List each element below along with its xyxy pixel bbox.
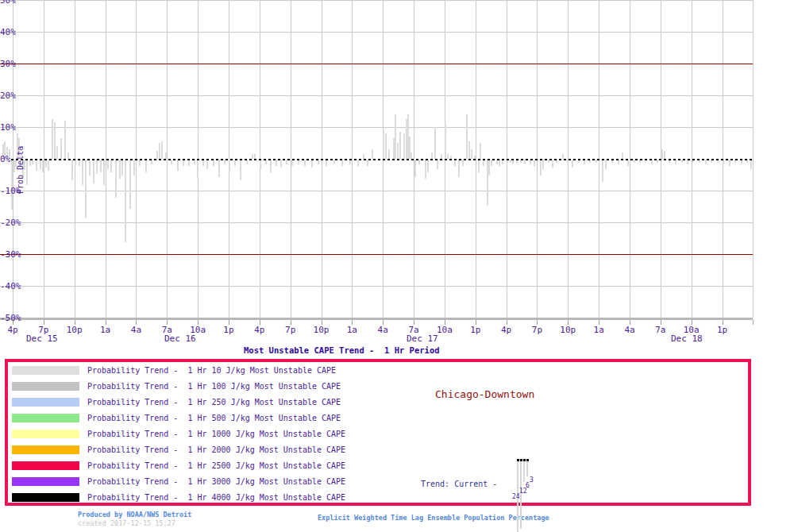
x-tick-label: 10p: [67, 325, 83, 335]
grid-line-horizontal: [0, 0, 753, 1]
probability-delta-bar: [64, 121, 66, 159]
probability-delta-bar: [427, 160, 429, 172]
legend-label: Probability Trend - 1 Hr 3000 J/kg Most …: [87, 477, 345, 486]
probability-delta-bar: [750, 160, 752, 169]
probability-delta-bar: [240, 160, 241, 180]
probability-delta-bar: [188, 160, 190, 166]
probability-delta-bar: [468, 141, 470, 159]
probability-delta-bar: [156, 151, 158, 159]
probability-delta-bar: [48, 160, 49, 171]
probability-delta-bar: [437, 160, 438, 169]
y-tick-label: -20%: [0, 218, 21, 228]
probability-delta-bar: [36, 160, 37, 171]
probability-delta-bar: [466, 114, 468, 159]
probability-delta-bar: [115, 160, 117, 198]
grid-line-horizontal: [0, 191, 753, 191]
probability-delta-bar: [572, 160, 573, 168]
probability-delta-bar: [75, 160, 76, 166]
reference-line--30pct: [0, 254, 753, 255]
probability-delta-bar: [445, 124, 446, 159]
probability-delta-bar: [52, 119, 53, 159]
legend-swatch: [12, 366, 79, 375]
y-tick-label: -40%: [0, 281, 21, 291]
footer-created-timestamp: created 2017-12-15 15:27: [78, 519, 175, 527]
probability-delta-bar: [454, 160, 456, 166]
probability-delta-bar: [372, 149, 373, 159]
grid-line-horizontal: [0, 95, 753, 96]
x-tick-label: 4p: [7, 325, 17, 335]
probability-delta-bar: [29, 160, 31, 166]
legend-swatch: [12, 477, 79, 486]
legend-swatch: [12, 414, 79, 422]
probability-delta-bar: [357, 160, 359, 166]
probability-delta-bar: [627, 160, 629, 166]
mini-trend-bar: [523, 461, 525, 482]
probability-delta-bar: [71, 160, 73, 180]
probability-delta-bar: [388, 149, 390, 159]
legend-swatch: [12, 445, 79, 454]
probability-delta-bar: [161, 141, 163, 159]
probability-delta-bar: [119, 160, 121, 179]
x-tick-label: 1p: [717, 325, 727, 335]
y-tick-label: 40%: [0, 27, 16, 37]
probability-delta-bar: [42, 160, 44, 172]
probability-delta-bar: [213, 160, 214, 166]
grid-line-horizontal: [0, 32, 753, 33]
legend-label: Probability Trend - 1 Hr 250 J/kg Most U…: [87, 398, 341, 407]
x-tick-label: 4a: [131, 325, 141, 335]
probability-delta-bar: [480, 143, 481, 159]
probability-delta-bar: [103, 160, 105, 185]
prob-delta-plot: 4p7p10p1a4a7a10a1p4p7p10p1a4a7a10a1p4p7p…: [0, 0, 794, 345]
probability-delta-bar: [483, 160, 484, 166]
probability-delta-bar: [462, 160, 464, 166]
y-tick-label: 0%: [0, 154, 10, 164]
zero-line: [11, 159, 753, 160]
x-tick-label: 1a: [347, 325, 357, 335]
probability-delta-bar: [26, 160, 28, 185]
probability-delta-bar: [82, 160, 83, 185]
x-tick-label: 10a: [437, 325, 453, 335]
y-tick-label: 10%: [0, 122, 16, 133]
legend-label: Probability Trend - 1 Hr 4000 J/kg Most …: [87, 493, 345, 502]
probability-delta-bar: [129, 160, 131, 209]
grid-line-horizontal: [0, 127, 753, 128]
probability-delta-bar: [54, 122, 56, 159]
probability-delta-bar: [93, 160, 94, 183]
probability-delta-bar: [478, 160, 480, 172]
legend-label: Probability Trend - 1 Hr 100 J/kg Most U…: [87, 382, 341, 391]
probability-delta-bar: [304, 160, 306, 166]
probability-delta-bar: [395, 114, 396, 159]
x-tick-mark: [753, 320, 754, 325]
probability-delta-bar: [414, 160, 416, 177]
mini-trend-bar: [520, 461, 522, 529]
probability-delta-bar: [202, 160, 204, 166]
probability-delta-bar: [280, 160, 282, 168]
legend-label: Probability Trend - 1 Hr 2500 J/kg Most …: [87, 461, 345, 470]
x-axis-line: [0, 318, 753, 320]
probability-delta-bar: [491, 160, 492, 166]
probability-delta-bar: [341, 160, 343, 166]
x-tick-label: 1a: [594, 325, 604, 335]
probability-delta-bar: [383, 130, 384, 159]
site-label: Chicago-Downtown: [435, 388, 534, 400]
probability-delta-bar: [145, 160, 147, 172]
probability-delta-bar: [367, 160, 368, 166]
probability-delta-bar: [311, 160, 313, 168]
probability-delta-bar: [45, 160, 47, 168]
probability-delta-bar: [85, 160, 87, 218]
grid-line-vertical: [753, 0, 754, 318]
legend-label: Probability Trend - 1 Hr 2000 J/kg Most …: [87, 445, 345, 454]
probability-delta-bar: [276, 160, 277, 166]
probability-delta-bar: [622, 152, 623, 159]
grid-line-horizontal: [0, 222, 753, 223]
probability-delta-bar: [399, 132, 401, 159]
y-axis-title: Prob Delta: [16, 141, 25, 194]
probability-delta-bar: [326, 160, 327, 166]
probability-delta-bar: [471, 149, 472, 159]
legend-label: Probability Trend - 1 Hr 10 J/kg Most Un…: [87, 366, 336, 375]
probability-delta-bar: [458, 160, 460, 177]
probability-delta-bar: [410, 152, 412, 159]
date-label: Dec 18: [671, 333, 703, 344]
probability-delta-bar: [67, 152, 69, 159]
probability-delta-bar: [133, 160, 135, 175]
